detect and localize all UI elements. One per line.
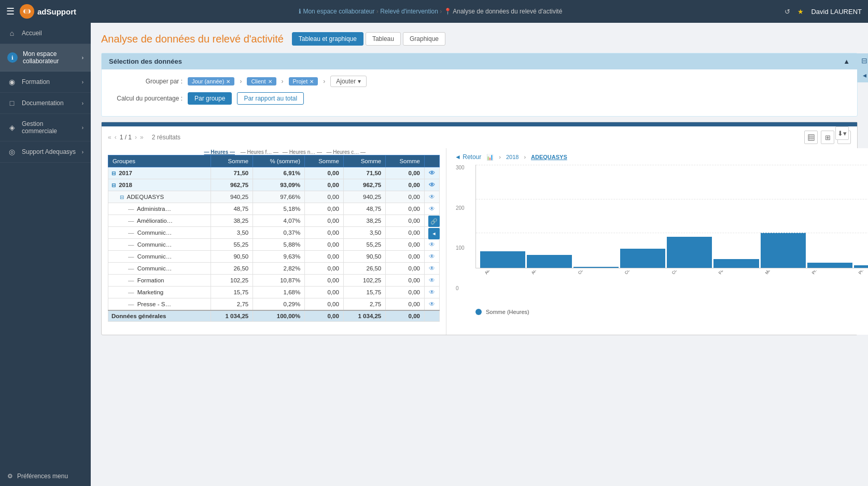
collapse-side-button[interactable]: ◂ <box>857 68 868 82</box>
user-icon: ℹ <box>7 52 18 63</box>
bar <box>667 237 712 268</box>
bar-item[interactable] <box>854 165 868 268</box>
eye-button[interactable]: 👁 <box>429 169 435 177</box>
first-page[interactable]: « <box>108 134 111 141</box>
table-cell-s2: 0,00 <box>305 239 344 251</box>
table-cell-eye[interactable]: 👁 <box>425 287 440 298</box>
bar-item[interactable] <box>807 165 852 268</box>
collapse-all-button[interactable]: ◄ <box>428 228 440 239</box>
app-title: adSupport <box>37 7 76 16</box>
eye-button[interactable]: 👁 <box>429 181 435 189</box>
grouper-row: Grouper par : Jour (année) ✕ › Client ✕ … <box>110 76 849 87</box>
chevron-right-icon-4: › <box>82 125 83 131</box>
bar-label: Communications intern… <box>573 270 618 307</box>
chart-year[interactable]: 2018 <box>506 154 519 160</box>
tag-jour-remove[interactable]: ✕ <box>226 79 230 84</box>
bar-label: Presse - Suisse <box>807 270 852 307</box>
add-group-button[interactable]: Ajouter ▾ <box>330 76 367 87</box>
tab-tableau-graphique[interactable]: Tableau et graphique <box>292 32 363 46</box>
eye-button[interactable]: 👁 <box>429 205 435 212</box>
tag-client-label: Client <box>251 78 265 84</box>
support-icon: ◎ <box>7 148 17 156</box>
legend-dot <box>475 309 482 315</box>
chart-company[interactable]: ADEQUASYS <box>531 154 567 160</box>
table-cell-eye[interactable]: 👁 <box>425 191 440 203</box>
table-cell-label: ⊟ ADEQUASYS <box>108 191 211 203</box>
history-icon[interactable]: ↺ <box>785 8 790 16</box>
eye-button[interactable]: 👁 <box>429 277 435 284</box>
hamburger-icon[interactable]: ☰ <box>6 6 15 17</box>
tab-tableau[interactable]: Tableau <box>366 32 401 46</box>
chart-breadcrumb-sep2: › <box>524 154 526 160</box>
eye-button[interactable]: 👁 <box>429 301 435 308</box>
sidebar-prefs[interactable]: ⚙ Préférences menu <box>0 466 91 486</box>
sidebar-item-support[interactable]: ◎ Support Adequasys › <box>0 141 91 163</box>
bar-item[interactable] <box>761 165 806 268</box>
column-header-line: — Heures — — Heures f… — — Heures n… — —… <box>102 148 446 155</box>
chart-download-button[interactable]: ⬇▾ <box>835 126 849 140</box>
table-cell-s3: 2,75 <box>343 298 385 311</box>
next-page[interactable]: › <box>135 134 137 141</box>
last-page[interactable]: » <box>140 134 144 141</box>
table-cell-somme: 102,25 <box>211 275 253 287</box>
table-cell-s4: 0,00 <box>386 251 425 263</box>
export-excel-button[interactable] <box>804 131 818 144</box>
table-cell-eye[interactable]: 👁 <box>425 203 440 215</box>
table-cell-eye[interactable]: 👁 <box>425 167 440 179</box>
sidebar-item-documentation[interactable]: □ Documentation › <box>0 93 91 114</box>
pct-par-groupe[interactable]: Par groupe <box>188 92 232 105</box>
table-cell-label: Données générales <box>108 310 211 322</box>
table-cell-eye[interactable]: 👁 <box>425 263 440 275</box>
bar-item[interactable] <box>573 165 619 268</box>
eye-button[interactable]: 👁 <box>429 265 435 272</box>
table-cell-s4: 0,00 <box>386 167 425 179</box>
breadcrumb-item-1[interactable]: Mon espace collaborateur <box>303 8 374 15</box>
bar-item[interactable] <box>480 165 525 268</box>
chart-back-button[interactable]: ◄ Retour <box>455 153 481 161</box>
sidebar-item-mon-espace[interactable]: ℹ Mon espace collaborateur › <box>0 44 91 72</box>
bar-item[interactable] <box>713 165 759 268</box>
table-cell-label: — Amélioratio… <box>108 215 211 227</box>
table-cell-s2: 0,00 <box>305 298 344 311</box>
table-cell-somme: 90,50 <box>211 251 253 263</box>
table-cell-eye[interactable]: 👁 <box>425 239 440 251</box>
table-cell-pct: 93,09% <box>253 179 305 191</box>
grouper-label: Grouper par : <box>110 78 183 85</box>
table-cell-somme: 3,50 <box>211 227 253 239</box>
sidebar-item-accueil[interactable]: ⌂ Accueil <box>0 23 91 44</box>
bar-label: Formation (re forme) <box>713 270 759 307</box>
bar <box>480 251 525 268</box>
collapse-icon[interactable]: ▲ <box>843 58 850 65</box>
sidebar-item-gestion[interactable]: ◈ Gestion commerciale › <box>0 114 91 141</box>
eye-button[interactable]: 👁 <box>429 193 435 201</box>
eye-button[interactable]: 👁 <box>429 241 435 248</box>
pct-par-total[interactable]: Par rapport au total <box>237 92 304 105</box>
tag-client-remove[interactable]: ✕ <box>268 79 272 84</box>
table-cell-pct: 10,87% <box>253 275 305 287</box>
favorites-icon[interactable]: ★ <box>797 8 804 16</box>
table-cell-eye[interactable]: 👁 <box>425 179 440 191</box>
breadcrumb-item-2[interactable]: Relevé d'intervention <box>380 8 438 15</box>
table-cell-eye[interactable]: 👁 <box>425 251 440 263</box>
eye-button[interactable]: 👁 <box>429 289 435 296</box>
bar-item[interactable] <box>667 165 712 268</box>
prev-page[interactable]: ‹ <box>115 134 117 141</box>
table-cell-eye[interactable]: 👁 <box>425 275 440 287</box>
tab-graphique[interactable]: Graphique <box>403 32 445 46</box>
eye-button[interactable]: 👁 <box>429 253 435 260</box>
bar-item[interactable] <box>620 165 665 268</box>
table-cell-somme: 940,25 <box>211 191 253 203</box>
filter-title: Sélection des données <box>109 58 182 65</box>
column-chooser-button[interactable]: ⊞ <box>821 131 834 144</box>
bar-item[interactable] <box>527 165 572 268</box>
gridline-300 <box>476 165 868 165</box>
col-somme-2: Somme <box>305 155 344 167</box>
expand-all-button[interactable]: 🔗 <box>428 216 440 227</box>
table-cell-s4: 0,00 <box>386 179 425 191</box>
sidebar-item-formation[interactable]: ◉ Formation › <box>0 72 91 93</box>
page-title: Analyse de données du relevé d'activité <box>101 33 284 45</box>
filter-icon-button[interactable]: ⊟ <box>857 53 868 68</box>
tag-projet-remove[interactable]: ✕ <box>310 79 314 84</box>
table-cell-s3: 940,25 <box>343 191 385 203</box>
table-cell-eye[interactable]: 👁 <box>425 298 440 311</box>
